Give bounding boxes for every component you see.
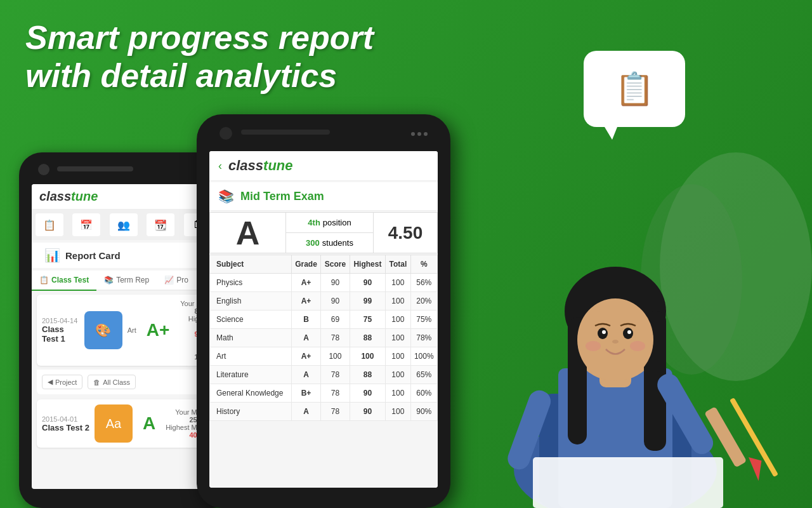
subject-score: 78 [321,366,350,384]
test1-name: Class Test 1 [42,324,79,344]
student-card-icon: 📋 [615,70,654,107]
table-row: History A 78 90 100 90% [210,403,438,421]
layers-icon: 📚 [104,276,114,284]
test-card-2[interactable]: 2015-04-01 Class Test 2 Aa A Your Mark 2… [37,399,217,448]
front-logo-tune: tune [263,157,292,173]
subject-total: 100 [386,292,410,311]
phone-front-screen: ‹ classtune 📚 Mid Term Exam A [209,151,438,488]
test1-date: 2015-04-14 [42,317,79,324]
subject-pct: 75% [410,311,437,329]
girl-nose [612,340,619,344]
tab-pro[interactable]: 📈 Pro [157,271,196,290]
grade-summary: A 4th position 300 students 4.50 [209,212,438,253]
table-row: Math A 78 88 100 78% [210,329,438,347]
col-grade: Grade [291,255,321,274]
tabs-back: 📋 Class Test 📚 Term Rep 📈 Pro [32,271,222,291]
tab-term-rep-label: Term Rep [116,276,149,284]
nav-icon-2[interactable]: 📅 [72,213,100,236]
tab-term-rep[interactable]: 📚 Term Rep [96,271,157,290]
letter-icon: Aa [106,417,121,431]
test2-name: Class Test 2 [42,423,89,432]
subject-score: 78 [321,403,350,421]
position-stat: 4th position [286,213,373,233]
col-total: Total [386,255,410,274]
phone-back-camera [38,164,49,175]
position-label: position [323,218,351,227]
tab-pro-label: Pro [176,276,188,284]
subject-name: Physics [210,274,292,292]
grade-letter: A [236,214,260,252]
subject-name: English [210,292,292,311]
subject-pct: 20% [410,292,437,311]
phone-back-screen: classtune 🔔 📋 📅 👥 📆 🗓 📊 Report Card [32,184,222,489]
table-row: General Knowledge B+ 78 90 100 60% [210,384,438,403]
subject-score: 90 [321,274,350,292]
subject-name: Math [210,329,292,347]
subject-pct: 90% [410,403,437,421]
test1-info: Art [128,326,136,334]
grade-letter-box: A [210,213,286,253]
back-logo: classtune [39,189,98,204]
hero-line1: Smart progress report [25,19,374,57]
subject-grade: A [291,329,321,347]
subject-highest: 75 [350,311,386,329]
girl-cheek-right [630,341,645,351]
subject-highest: 99 [350,292,386,311]
report-card-icon: 📊 [44,248,60,263]
clipboard-icon: 📋 [39,276,49,284]
screen-front-content: ‹ classtune 📚 Mid Term Exam A [209,151,438,488]
subject-pct: 100% [410,347,437,366]
stack-icon: 📚 [218,189,234,204]
students-stat: 300 students [286,233,373,253]
nav-icon-3[interactable]: 👥 [110,213,138,236]
front-logo: classtune [228,157,293,174]
back-arrow[interactable]: ‹ [218,159,222,173]
screen-back-content: classtune 🔔 📋 📅 👥 📆 🗓 📊 Report Card [32,184,222,489]
subjects-table: Subject Grade Score Highest Total % Phys… [209,255,438,421]
subject-grade: A+ [291,292,321,311]
subject-score: 78 [321,329,350,347]
exam-title-row: 📚 Mid Term Exam [209,182,438,211]
project-btn[interactable]: ◀ Project [42,375,82,389]
subject-grade: B+ [291,384,321,403]
project-icon: ◀ [48,378,53,386]
girl-illustration [469,76,812,508]
subject-score: 90 [321,292,350,311]
subject-total: 100 [386,403,410,421]
phones-container: classtune 🔔 📋 📅 👥 📆 🗓 📊 Report Card [19,114,450,508]
subject-highest: 88 [350,329,386,347]
test2-grade: A [143,413,155,434]
nav-icon-4[interactable]: 📆 [147,213,174,236]
subject-name: Science [210,311,292,329]
chart-icon: 📈 [164,276,174,284]
test2-thumb: Aa [95,404,133,443]
table-header-row: Subject Grade Score Highest Total % [210,255,438,274]
subject-grade: A+ [291,274,321,292]
tab-class-test[interactable]: 📋 Class Test [32,271,96,291]
hero-text-block: Smart progress report with detail analyt… [25,19,374,95]
subject-grade: A [291,366,321,384]
girl-svg [469,76,812,508]
test1-subject: Art [128,326,136,334]
subject-name: Literature [210,366,292,384]
phone-front-speaker [241,130,330,135]
speech-bubble: 📋 [584,51,685,127]
all-class-btn[interactable]: 🗑 All Class [88,375,136,389]
test-card-1[interactable]: 2015-04-14 Class Test 1 🎨 Art A+ Your Ma… [37,295,217,366]
subject-total: 100 [386,311,410,329]
nav-icon-1[interactable]: 📋 [36,213,63,236]
subject-total: 100 [386,347,410,366]
subject-pct: 60% [410,384,437,403]
subject-total: 100 [386,329,410,347]
girl-cheek-left [586,341,601,351]
table-row: Physics A+ 90 90 100 56% [210,274,438,292]
gpa-value: 4.50 [374,213,437,253]
table-row: Literature A 78 88 100 65% [210,366,438,384]
girl-eye-right-highlight [627,330,631,334]
subject-pct: 56% [410,274,437,292]
subject-pct: 78% [410,329,437,347]
app-header-back: classtune 🔔 [32,184,222,210]
hero-line2: with detail analytics [25,57,374,95]
subject-name: Art [210,347,292,366]
phone-front-dots [411,132,428,136]
